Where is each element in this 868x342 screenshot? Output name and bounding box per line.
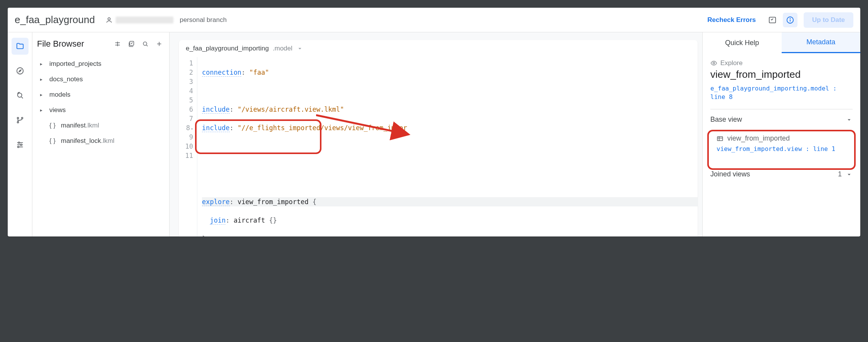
- caret-icon: ▸: [40, 107, 45, 113]
- right-panel: Quick Help Metadata Explore view_from_im…: [702, 32, 860, 236]
- editor-card: e_faa_playground_importing.model 1 2 3 4…: [179, 40, 698, 236]
- collapse-icon: [114, 40, 121, 47]
- tree-folder[interactable]: ▸ docs_notes: [40, 72, 165, 87]
- validate-icon-button[interactable]: [765, 13, 780, 27]
- file-tree: ▸ imported_projects ▸ docs_notes ▸ model…: [37, 56, 165, 149]
- header-bar: e_faa_playground personal branch Recheck…: [8, 8, 860, 32]
- user-name-redacted: [116, 17, 173, 23]
- svg-point-14: [18, 142, 20, 144]
- svg-point-9: [17, 122, 19, 123]
- rail-git[interactable]: [12, 112, 29, 129]
- tree-label: views: [49, 106, 66, 114]
- braces-icon: { }: [49, 137, 57, 145]
- rail-explore[interactable]: [12, 62, 29, 79]
- branch-label: personal branch: [180, 16, 227, 24]
- chevron-down-icon: [846, 116, 853, 123]
- app-window: e_faa_playground personal branch Recheck…: [8, 8, 860, 236]
- file-browser-title: File Browser: [37, 39, 112, 49]
- code-body[interactable]: connection: "faa" include: "/views/aircr…: [197, 57, 698, 236]
- svg-rect-1: [769, 17, 776, 23]
- info-icon-button[interactable]: [783, 13, 797, 27]
- tab-quick-help[interactable]: Quick Help: [703, 32, 782, 53]
- user-chip[interactable]: [106, 17, 173, 23]
- section-joined-views[interactable]: Joined views 1: [710, 170, 853, 178]
- caret-icon: ▸: [40, 92, 45, 97]
- base-view-card: view_from_imported view_from_imported.vi…: [710, 129, 853, 159]
- editor-file-ext: .model: [273, 45, 293, 52]
- tree-label: manifest_lock: [61, 137, 101, 144]
- caret-icon: ▸: [40, 61, 45, 67]
- up-to-date-button[interactable]: Up to Date: [804, 12, 853, 28]
- base-view-link[interactable]: view_from_imported.view : line 1: [717, 145, 846, 153]
- rail-settings[interactable]: [12, 136, 29, 153]
- svg-point-0: [108, 18, 110, 20]
- svg-marker-6: [19, 70, 21, 72]
- joined-count: 1: [838, 170, 842, 178]
- svg-point-7: [17, 93, 22, 97]
- check-stack-icon: [128, 40, 135, 47]
- recheck-errors-button[interactable]: Recheck Errors: [707, 16, 756, 24]
- svg-point-4: [790, 18, 791, 18]
- body: File Browser: [8, 32, 860, 236]
- folder-icon: [16, 42, 24, 50]
- editor-file-selector[interactable]: e_faa_playground_importing.model: [179, 40, 698, 57]
- svg-point-10: [21, 117, 23, 119]
- tree-ext: .lkml: [101, 137, 114, 144]
- chevron-down-icon: [296, 45, 303, 52]
- add-file-button[interactable]: [154, 39, 165, 49]
- braces-icon: { }: [49, 122, 57, 129]
- metadata-body: Explore view_from_imported e_faa_playgro…: [703, 53, 860, 184]
- svg-rect-27: [717, 136, 723, 141]
- rail-search[interactable]: [12, 87, 29, 104]
- tree-file[interactable]: { } manifest.lkml: [40, 118, 165, 133]
- section-base-view[interactable]: Base view: [710, 116, 853, 124]
- editor-pane: e_faa_playground_importing.model 1 2 3 4…: [170, 32, 702, 236]
- tab-metadata[interactable]: Metadata: [782, 32, 861, 53]
- checklist-icon: [768, 16, 777, 24]
- project-title: e_faa_playground: [15, 14, 95, 26]
- svg-line-22: [146, 45, 148, 46]
- git-branch-icon: [16, 116, 24, 124]
- plus-icon: [156, 40, 163, 47]
- search-files-button[interactable]: [140, 39, 151, 49]
- chevron-down-icon: [846, 171, 853, 178]
- collapse-all-button[interactable]: [112, 39, 123, 49]
- eye-icon: [710, 60, 717, 67]
- tree-label: models: [49, 91, 71, 99]
- svg-point-5: [17, 68, 23, 74]
- tree-folder[interactable]: ▸ imported_projects: [40, 56, 165, 72]
- tree-file[interactable]: { } manifest_lock.lkml: [40, 133, 165, 149]
- search-icon: [142, 40, 149, 47]
- divider: [710, 109, 853, 109]
- svg-point-16: [17, 146, 19, 148]
- rail-file-browser[interactable]: [12, 38, 29, 55]
- tree-label: imported_projects: [49, 60, 101, 68]
- metadata-title: view_from_imported: [710, 69, 853, 80]
- panel-tabs: Quick Help Metadata: [703, 32, 860, 53]
- tree-ext: .lkml: [86, 122, 99, 129]
- person-icon: [106, 17, 113, 23]
- metadata-eyebrow: Explore: [710, 59, 853, 67]
- file-browser: File Browser: [32, 32, 170, 236]
- tree-folder[interactable]: ▸ models: [40, 87, 165, 102]
- tree-label: manifest: [61, 122, 86, 129]
- svg-point-8: [17, 117, 19, 119]
- sliders-icon: [16, 141, 24, 149]
- svg-point-21: [143, 42, 147, 45]
- svg-point-15: [20, 144, 22, 146]
- nav-rail: [8, 32, 32, 236]
- tree-label: docs_notes: [49, 75, 83, 83]
- bulk-select-button[interactable]: [126, 39, 137, 49]
- metadata-source-link[interactable]: e_faa_playground_importing.model : line …: [710, 84, 853, 101]
- search-refresh-icon: [16, 91, 24, 100]
- line-gutter: 1 2 3 4 5 6 7 8 9 10 11: [179, 57, 197, 236]
- caret-icon: ▸: [40, 77, 45, 82]
- editor-file-name: e_faa_playground_importing: [186, 45, 269, 52]
- svg-point-26: [713, 62, 715, 64]
- info-icon: [786, 16, 794, 24]
- table-icon: [717, 135, 723, 142]
- base-view-name: view_from_imported: [727, 134, 790, 142]
- code-editor[interactable]: 1 2 3 4 5 6 7 8 9 10 11 connection: "faa…: [179, 57, 698, 236]
- compass-icon: [16, 67, 24, 75]
- tree-folder[interactable]: ▸ views: [40, 102, 165, 118]
